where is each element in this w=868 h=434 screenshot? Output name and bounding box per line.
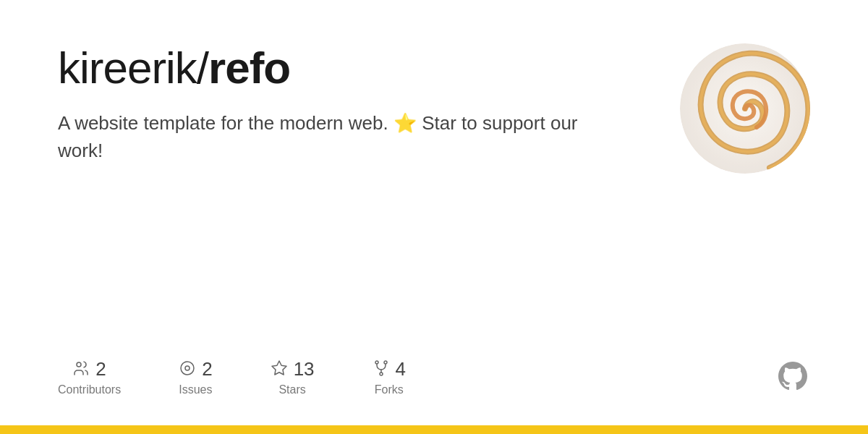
stars-label: Stars bbox=[278, 383, 305, 396]
forks-count: 4 bbox=[396, 358, 406, 380]
contributors-count: 2 bbox=[95, 358, 106, 380]
svg-point-4 bbox=[185, 366, 190, 370]
spiral-image bbox=[680, 43, 810, 174]
stars-icon bbox=[271, 359, 288, 380]
bottom-section: 2 Contributors 2 Issues bbox=[58, 358, 810, 396]
svg-point-1 bbox=[680, 43, 810, 174]
forks-icon bbox=[373, 359, 390, 380]
issues-stat: 2 Issues bbox=[179, 358, 212, 396]
stars-top: 13 bbox=[271, 358, 315, 380]
repo-description: A website template for the modern web. ⭐… bbox=[58, 110, 600, 164]
issues-label: Issues bbox=[179, 383, 212, 396]
issues-count: 2 bbox=[202, 358, 212, 380]
svg-marker-5 bbox=[272, 361, 286, 375]
forks-stat: 4 Forks bbox=[373, 358, 406, 396]
yellow-bar bbox=[0, 425, 868, 434]
issues-icon bbox=[179, 359, 196, 380]
repo-owner: kireerik/ bbox=[58, 43, 208, 93]
contributors-top: 2 bbox=[72, 358, 106, 380]
github-icon[interactable] bbox=[775, 359, 810, 396]
stats-section: 2 Contributors 2 Issues bbox=[58, 358, 406, 396]
main-content: kireerik/refo A website template for the… bbox=[0, 0, 868, 425]
stars-stat: 13 Stars bbox=[271, 358, 315, 396]
issues-top: 2 bbox=[179, 358, 212, 380]
repo-name: refo bbox=[208, 43, 290, 93]
svg-point-2 bbox=[77, 362, 81, 367]
stars-count: 13 bbox=[294, 358, 315, 380]
top-section: kireerik/refo A website template for the… bbox=[58, 43, 810, 174]
forks-top: 4 bbox=[373, 358, 406, 380]
forks-label: Forks bbox=[375, 383, 404, 396]
text-section: kireerik/refo A website template for the… bbox=[58, 43, 600, 165]
description-text-before: A website template for the modern web. bbox=[58, 112, 388, 134]
contributors-label: Contributors bbox=[58, 383, 121, 396]
star-emoji: ⭐ bbox=[393, 112, 417, 134]
contributors-stat: 2 Contributors bbox=[58, 358, 121, 396]
contributors-icon bbox=[72, 359, 90, 380]
svg-point-3 bbox=[181, 362, 194, 375]
repo-title: kireerik/refo bbox=[58, 43, 600, 93]
